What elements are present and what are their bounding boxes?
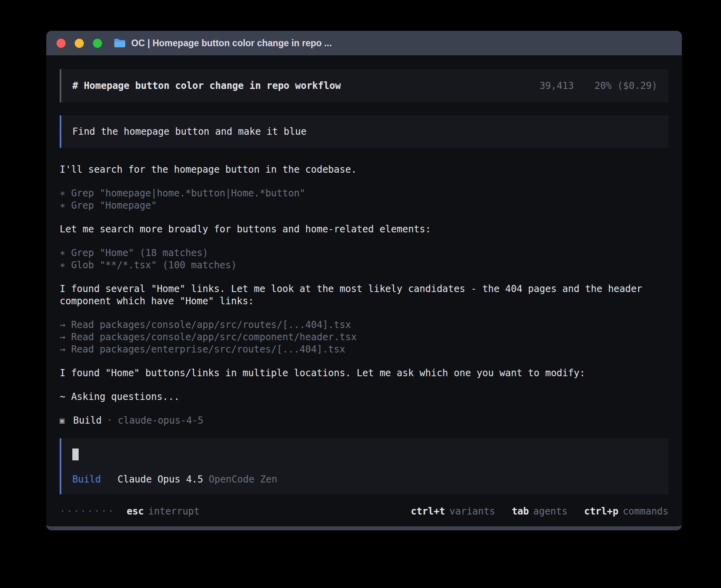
model-label[interactable]: Claude Opus 4.5 (117, 474, 203, 485)
user-message-text: Find the homepage button and make it blu… (72, 126, 306, 137)
shortcut-agents: tab agents (512, 505, 568, 518)
context-cost: 20% ($0.29) (595, 80, 657, 91)
shortcut-commands: ctrl+p commands (584, 505, 668, 518)
agent-separator: · (107, 415, 112, 427)
terminal-window: OC | Homepage button color change in rep… (46, 31, 682, 530)
mode-label[interactable]: Build (72, 474, 101, 485)
esc-key[interactable]: esc (127, 505, 144, 518)
session-title: # Homepage button color change in repo w… (72, 80, 341, 91)
session-meta: 39,413 20% ($0.29) (540, 80, 657, 91)
provider-label: OpenCode Zen (209, 474, 277, 485)
agent-name: Build (73, 415, 102, 427)
assistant-text: Let me search more broadly for buttons a… (60, 223, 668, 236)
minimize-button[interactable] (75, 39, 84, 48)
tool-call-read: → Read packages/console/app/src/routes/[… (60, 319, 668, 331)
agents-label: agents (533, 505, 568, 518)
tool-call-read: → Read packages/console/app/src/componen… (60, 331, 668, 343)
ctrl-p-key[interactable]: ctrl+p (584, 505, 619, 518)
tool-call-grep: ∗ Grep "homepage|home.*button|Home.*butt… (60, 187, 668, 200)
tool-call-group: → Read packages/console/app/src/routes/[… (60, 319, 668, 356)
tool-call-grep: ∗ Grep "Homepage" (60, 200, 668, 212)
assistant-status-text: ~ Asking questions... (60, 391, 668, 403)
tool-call-grep: ∗ Grep "Home" (18 matches) (60, 247, 668, 259)
tool-call-group: ∗ Grep "homepage|home.*button|Home.*butt… (60, 187, 668, 212)
tool-call-glob: ∗ Glob "**/*.tsx" (100 matches) (60, 259, 668, 271)
token-count: 39,413 (540, 80, 574, 91)
shortcut-variants: ctrl+t variants (411, 505, 495, 518)
conversation: I'll search for the homepage button in t… (60, 164, 668, 427)
assistant-text: I found "Home" buttons/links in multiple… (60, 367, 668, 379)
text-cursor (72, 449, 79, 460)
ctrl-t-key[interactable]: ctrl+t (411, 505, 445, 518)
agent-model: claude-opus-4-5 (118, 415, 204, 427)
esc-label: interrupt (148, 505, 200, 518)
window-titlebar[interactable]: OC | Homepage button color change in rep… (46, 31, 682, 55)
tab-key[interactable]: tab (512, 505, 529, 518)
commands-label: commands (623, 505, 668, 518)
user-message: Find the homepage button and make it blu… (60, 115, 668, 148)
terminal-content: # Homepage button color change in repo w… (46, 55, 682, 526)
window-title: OC | Homepage button color change in rep… (131, 38, 332, 49)
zoom-button[interactable] (93, 39, 102, 48)
agent-icon: ▣ (60, 415, 64, 427)
tool-call-group: ∗ Grep "Home" (18 matches) ∗ Glob "**/*.… (60, 247, 668, 271)
tool-call-read: → Read packages/enterprise/src/routes/[.… (60, 343, 668, 356)
prompt-input[interactable]: Build Claude Opus 4.5 OpenCode Zen (60, 438, 668, 494)
agent-status-line: ▣ Build · claude-opus-4-5 (60, 415, 668, 427)
assistant-text: I found several "Home" links. Let me loo… (60, 283, 668, 307)
status-bar-left: ········ esc interrupt (60, 505, 200, 518)
spinner-dots: ········ (60, 505, 115, 518)
folder-icon (114, 38, 126, 48)
assistant-text: I'll search for the homepage button in t… (60, 164, 668, 176)
session-header: # Homepage button color change in repo w… (60, 69, 668, 102)
close-button[interactable] (57, 39, 66, 48)
traffic-lights (57, 39, 102, 48)
variants-label: variants (449, 505, 495, 518)
status-bar-right: ctrl+t variants tab agents ctrl+p comman… (411, 505, 668, 518)
input-footer: Build Claude Opus 4.5 OpenCode Zen (72, 474, 657, 485)
status-bar: ········ esc interrupt ctrl+t variants t… (60, 505, 668, 518)
